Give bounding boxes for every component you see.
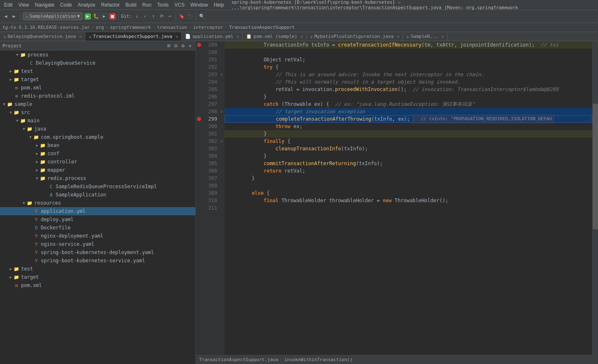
menu-code[interactable]: Code bbox=[58, 1, 75, 9]
tree-item-pkg[interactable]: ▼ 📁 com.springboot.sample bbox=[0, 133, 195, 141]
bp-305[interactable] bbox=[196, 160, 202, 167]
breadcrumb-jar[interactable]: tg-tx-5.1.16.RELEASE-sources.jar bbox=[2, 25, 90, 30]
git-commit-icon[interactable]: ✓ bbox=[142, 13, 148, 20]
breakpoint-icon[interactable]: ⚫ bbox=[187, 13, 193, 20]
bp-294[interactable] bbox=[196, 78, 202, 86]
tree-item-process[interactable]: ▼ 📁 process bbox=[0, 51, 195, 59]
breadcrumb-org[interactable]: org bbox=[96, 25, 104, 30]
tree-item-redis-process[interactable]: ▼ 📁 redis.process bbox=[0, 174, 195, 182]
bp-290[interactable] bbox=[196, 49, 202, 56]
tree-item-sample[interactable]: ▼ 📁 sample bbox=[0, 100, 195, 108]
stop-button[interactable]: ■ bbox=[109, 13, 116, 20]
menu-edit[interactable]: Edit bbox=[2, 1, 15, 9]
tree-item-sampleredis[interactable]: ▶ C SampleRedisQueueProcessServiceImpl bbox=[0, 182, 195, 191]
tree-item-pom-2[interactable]: ▶ m pom.xml bbox=[0, 281, 195, 289]
breadcrumb-transaction[interactable]: transaction bbox=[157, 25, 187, 30]
bp-295[interactable] bbox=[196, 86, 202, 93]
forward-icon[interactable]: ▶ bbox=[11, 13, 17, 20]
search-icon[interactable]: 🔍 bbox=[199, 13, 205, 20]
menu-navigate[interactable]: Navigate bbox=[32, 1, 56, 9]
tab-delaying[interactable]: ☕ DelayingQueueService.java ✕ bbox=[0, 32, 85, 41]
tree-item-application-yml[interactable]: ▶ Y application.yml bbox=[0, 207, 195, 215]
code-content[interactable]: TransactionInfo txInfo = createTransacti… bbox=[225, 41, 592, 355]
bp-300[interactable] bbox=[196, 123, 202, 130]
tree-item-conf[interactable]: ▶ 📁 conf bbox=[0, 149, 195, 158]
menu-window[interactable]: Window bbox=[188, 1, 211, 9]
tab-sample[interactable]: ☕ SampleR... ✕ bbox=[403, 32, 448, 41]
tab-pom-close[interactable]: ✕ bbox=[300, 34, 303, 39]
bp-298[interactable] bbox=[196, 108, 202, 115]
menu-refactor[interactable]: Refactor bbox=[98, 1, 122, 9]
bp-291[interactable] bbox=[196, 56, 202, 63]
tree-item-nginx-svc[interactable]: ▶ Y nginx-service.yaml bbox=[0, 240, 195, 248]
tree-item-test-1[interactable]: ▶ 📁 test bbox=[0, 67, 195, 75]
menu-tools[interactable]: Tools bbox=[155, 1, 171, 9]
bookmark-icon[interactable]: 🔖 bbox=[178, 13, 185, 20]
tree-item-sbk-dep[interactable]: ▶ Y spring-boot-kubernetes-deployment.ya… bbox=[0, 248, 195, 257]
tab-pom[interactable]: 📋 pom.xml (sample) ✕ bbox=[243, 32, 307, 41]
bp-304[interactable] bbox=[196, 152, 202, 160]
git-update-icon[interactable]: ↓ bbox=[134, 13, 140, 20]
sidebar-close-icon[interactable]: ✕ bbox=[188, 42, 193, 49]
tab-delaying-close[interactable]: ✕ bbox=[79, 34, 82, 39]
bp-306[interactable] bbox=[196, 167, 202, 175]
menu-run[interactable]: Run bbox=[140, 1, 154, 9]
debug-button[interactable]: 🐛 bbox=[93, 13, 99, 20]
tab-transaction[interactable]: ☕ TransactionAspectSupport.java ✕ bbox=[85, 32, 182, 41]
bp-311[interactable] bbox=[196, 204, 202, 212]
tree-item-delaying[interactable]: ▶ C DelayingQueueService bbox=[0, 59, 195, 67]
bp-299[interactable] bbox=[196, 115, 202, 123]
tree-item-sbk-svc[interactable]: ▶ Y spring-boot-kubernetes-service.yaml bbox=[0, 257, 195, 265]
bp-302[interactable] bbox=[196, 138, 202, 145]
tab-transaction-close[interactable]: ✕ bbox=[176, 34, 178, 39]
run-config-selector[interactable]: ☕ SampleApplication ▼ bbox=[23, 12, 83, 20]
run-button[interactable]: ▶ bbox=[84, 13, 91, 20]
menu-help[interactable]: Help bbox=[211, 1, 227, 9]
bp-308[interactable] bbox=[196, 182, 202, 189]
git-revert-icon[interactable]: ↩ bbox=[167, 13, 173, 20]
tree-item-nginx-dep[interactable]: ▶ Y nginx-deployment.yaml bbox=[0, 232, 195, 240]
tree-item-controller[interactable]: ▶ 📁 controller bbox=[0, 158, 195, 166]
back-icon[interactable]: ◀ bbox=[2, 13, 9, 20]
tree-item-sampleapp[interactable]: ▶ A SampleApplication bbox=[0, 191, 195, 199]
tree-item-bean[interactable]: ▶ 📁 bean bbox=[0, 141, 195, 149]
breadcrumb-springframework[interactable]: springframework bbox=[110, 25, 151, 30]
bp-309[interactable] bbox=[196, 189, 202, 197]
bp-293[interactable] bbox=[196, 71, 202, 78]
tab-sample-close[interactable]: ✕ bbox=[441, 34, 444, 39]
bp-289[interactable] bbox=[196, 41, 202, 49]
git-push-icon[interactable]: ↑ bbox=[150, 13, 157, 20]
menu-build[interactable]: Build bbox=[123, 1, 139, 9]
tree-item-dockerfile[interactable]: ▶ D Dockerfile bbox=[0, 224, 195, 232]
tree-item-resources[interactable]: ▼ 📁 resources bbox=[0, 199, 195, 207]
right-scrollbar[interactable] bbox=[592, 41, 598, 355]
bp-297[interactable] bbox=[196, 100, 202, 108]
tree-item-pom-1[interactable]: ▶ m pom.xml bbox=[0, 84, 195, 92]
sidebar-settings-icon[interactable]: ⚙ bbox=[181, 42, 186, 49]
tree-item-deploy[interactable]: ▶ Y deploy.yaml bbox=[0, 215, 195, 224]
tab-application-yml[interactable]: 📄 application.yml ✕ bbox=[182, 32, 243, 41]
bp-292[interactable] bbox=[196, 63, 202, 71]
scrollbar-thumb[interactable] bbox=[593, 104, 598, 229]
tab-mybatis[interactable]: ☕ MybatisPlusConfiguration.java ✕ bbox=[307, 32, 403, 41]
tree-item-test-2[interactable]: ▶ 📁 test bbox=[0, 265, 195, 273]
tab-mybatis-close[interactable]: ✕ bbox=[397, 34, 399, 39]
run-coverage-button[interactable]: ▶ bbox=[101, 13, 108, 20]
bp-301[interactable] bbox=[196, 130, 202, 138]
tree-item-src[interactable]: ▼ 📁 src bbox=[0, 108, 195, 117]
tree-item-java[interactable]: ▼ 📁 java bbox=[0, 125, 195, 133]
bp-307[interactable] bbox=[196, 175, 202, 182]
git-history-icon[interactable]: ⟳ bbox=[158, 13, 165, 20]
tree-item-target-1[interactable]: ▶ 📁 target bbox=[0, 75, 195, 84]
menu-vcs[interactable]: VCS bbox=[172, 1, 187, 9]
breadcrumb-interceptor[interactable]: interceptor bbox=[193, 25, 223, 30]
tree-item-iml[interactable]: ▶ ⚙ redis-protocol.iml bbox=[0, 92, 195, 100]
menu-view[interactable]: View bbox=[16, 1, 32, 9]
sidebar-collapse-icon[interactable]: ⊟ bbox=[173, 42, 178, 49]
bp-296[interactable] bbox=[196, 93, 202, 100]
menu-analyze[interactable]: Analyze bbox=[75, 1, 98, 9]
bp-310[interactable] bbox=[196, 197, 202, 204]
breadcrumb-file[interactable]: TransactionAspectSupport bbox=[229, 25, 295, 30]
sidebar-expand-icon[interactable]: ⊞ bbox=[166, 42, 171, 49]
bp-303[interactable] bbox=[196, 145, 202, 152]
